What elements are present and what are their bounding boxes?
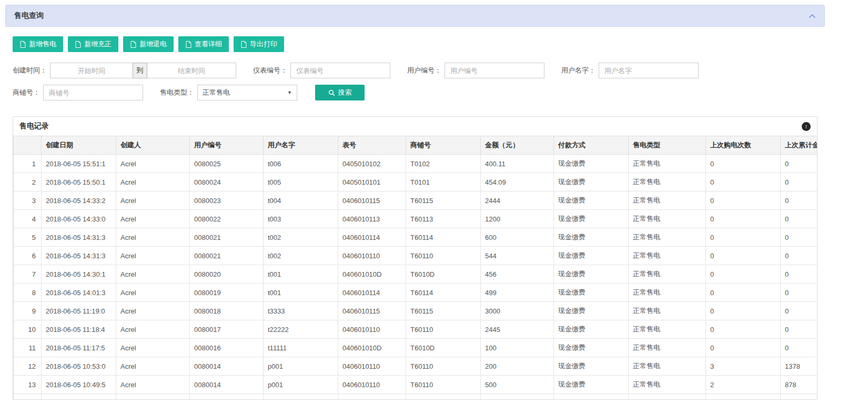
table-cell: 0080021 [190,228,264,247]
table-cell: T60113 [406,210,481,228]
end-time-input[interactable] [147,63,236,78]
table-cell: 正常售电 [629,320,706,339]
table-cell: 现金缴费 [554,228,629,247]
table-cell: 0 [781,320,818,339]
table-cell: 0080014 [190,357,264,376]
table-cell: Acrel [116,320,190,339]
table-cell: 2445 [481,320,554,339]
table-cell: 正常售电 [629,284,706,302]
table-cell: T60110 [406,247,481,265]
table-cell: 正常售电 [629,191,706,210]
table-cell: 499 [481,284,554,302]
table-cell: Acrel [116,339,190,357]
scroll-top-icon[interactable]: ↑ [802,122,811,131]
table-cell: T0102 [406,155,481,173]
table-cell: Acrel [116,155,190,173]
user-name-input[interactable] [599,63,699,78]
table-cell: Acrel [116,191,190,210]
table-cell: 0080014 [190,376,264,394]
table-cell: 544 [481,247,554,265]
column-header: 创建日期 [42,136,116,155]
add-sale-button[interactable]: 新增售电 [13,36,63,52]
table-cell: t001 [264,284,338,302]
table-row[interactable]: 142018-06-05 10:4Acrel0080014p0010406010… [14,394,818,400]
table-cell: T60114 [406,284,481,302]
collapse-chevron-icon[interactable] [809,14,816,18]
table-cell: T6010D [406,339,481,357]
table-cell: 0080024 [190,173,264,191]
caret-down-icon: ▼ [287,90,292,95]
table-cell: 正常售电 [629,339,706,357]
search-button[interactable]: 搜索 [315,85,365,100]
table-row[interactable]: 132018-06-05 10:49:5Acrel0080014p0010406… [14,376,818,394]
document-icon [240,41,247,48]
sale-type-select[interactable]: 正常售电 ▼ [197,85,297,100]
table-cell: t22222 [264,320,338,339]
column-header [14,136,42,155]
table-cell: 0 [706,339,781,357]
table-row[interactable]: 12018-06-05 15:51:1Acrel0080025t00604050… [14,155,818,173]
table-cell: T60110 [406,320,481,339]
shop-no-input[interactable] [43,85,143,100]
table-cell: 0080014 [190,394,264,400]
table-cell: 正常售电 [629,376,706,394]
table-row[interactable]: 32018-06-05 14:33:2Acrel0080023t00404060… [14,191,818,210]
table-cell: T60115 [406,191,481,210]
table-cell: 正常售电 [629,210,706,228]
start-time-input[interactable] [50,63,133,78]
table-row[interactable]: 82018-06-05 14:01:3Acrel0080019t00104060… [14,284,818,302]
table-cell: 0405010101 [338,173,406,191]
table-cell: 2018-06-05 14:31:3 [42,228,116,247]
table-cell: 0080016 [190,339,264,357]
view-detail-button[interactable]: 查看详细 [178,36,229,52]
table-row[interactable]: 22018-06-05 15:50:1Acrel0080024t00504050… [14,173,818,191]
sale-type-selected-value: 正常售电 [203,88,230,97]
table-cell: 正常售电 [629,228,706,247]
table-cell: 040601010D [338,265,406,284]
table-cell: Acrel [116,210,190,228]
column-header: 金额（元） [481,136,554,155]
table-cell: 0 [781,265,818,284]
table-cell: 2018-06-05 14:30:1 [42,265,116,284]
table-cell: 0406010110 [338,394,406,400]
table-row[interactable]: 112018-06-05 11:17:5Acrel0080016t1111104… [14,339,818,357]
table-cell: 0080017 [190,320,264,339]
table-cell: 9 [14,302,42,320]
create-time-range-group: 到 [50,63,236,78]
user-no-input[interactable] [445,63,544,78]
table-row[interactable]: 122018-06-05 10:53:0Acrel0080014p0010406… [14,357,818,376]
table-row[interactable]: 102018-06-05 11:18:4Acrel0080017t2222204… [14,320,818,339]
table-cell: Acrel [116,357,190,376]
search-icon [328,89,335,96]
table-row[interactable]: 92018-06-05 11:19:0Acrel0080018t33330406… [14,302,818,320]
view-detail-label: 查看详细 [195,39,222,49]
table-cell: 2018-06-05 14:33:0 [42,210,116,228]
table-cell: T0101 [406,173,481,191]
table-cell: 100 [481,394,554,400]
table-row[interactable]: 42018-06-05 14:33:0Acrel0080022t00304060… [14,210,818,228]
table-cell: 2018-06-05 14:01:3 [42,284,116,302]
table-cell: 正常售电 [629,302,706,320]
table-cell: T60115 [406,302,481,320]
export-print-button[interactable]: 导出打印 [234,36,284,52]
table-cell: 4 [14,210,42,228]
table-row[interactable]: 72018-06-05 14:30:1Acrel0080020t00104060… [14,265,818,284]
meter-no-input[interactable] [290,63,390,78]
table-body: 12018-06-05 15:51:1Acrel0080025t00604050… [14,155,818,400]
table-cell: 现金缴费 [554,155,629,173]
document-icon [185,41,191,48]
table-cell: 2018-06-05 15:51:1 [42,155,116,173]
table-cell: 0080020 [190,265,264,284]
table-cell: Acrel [116,228,190,247]
table-cell: 7 [14,265,42,284]
table-cell: 0 [781,284,818,302]
add-recharge-correction-button[interactable]: 新增充正 [68,36,118,52]
table-cell: 2018-06-05 11:17:5 [42,339,116,357]
add-refund-button[interactable]: 新增退电 [123,36,174,52]
table-cell: 0 [706,320,781,339]
table-cell: t006 [264,155,338,173]
document-icon [130,41,136,48]
table-row[interactable]: 62018-06-05 14:31:3Acrel0080021t00204060… [14,247,818,265]
table-row[interactable]: 52018-06-05 14:31:3Acrel0080021t00204060… [14,228,818,247]
table-cell: 现金缴费 [554,376,629,394]
